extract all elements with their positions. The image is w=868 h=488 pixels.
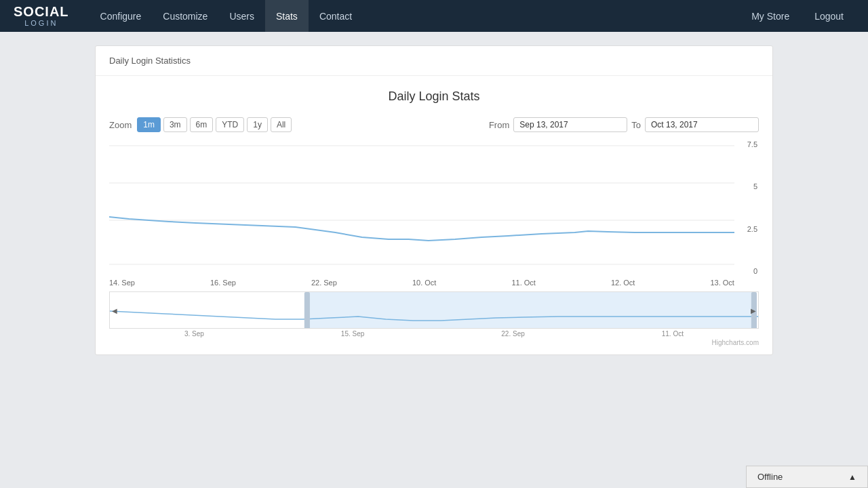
nav-customize[interactable]: Customize (152, 0, 218, 32)
zoom-label: Zoom (109, 120, 132, 130)
navigator-chart: ◀ ▶ (109, 291, 759, 329)
nav-users[interactable]: Users (218, 0, 265, 32)
nav-configure[interactable]: Configure (90, 0, 153, 32)
x-label-1: 16. Sep (210, 279, 236, 287)
offline-chevron[interactable]: ▲ (848, 472, 856, 482)
y-label-75: 7.5 (747, 140, 757, 148)
navbar: SOCIAL LOGIN Configure Customize Users S… (0, 0, 868, 32)
highcharts-credit: Highcharts.com (109, 338, 759, 348)
zoom-6m[interactable]: 6m (190, 117, 214, 132)
x-axis: 14. Sep 16. Sep 22. Sep 10. Oct 11. Oct … (109, 277, 759, 290)
nav-contact[interactable]: Contact (309, 0, 363, 32)
to-date-input[interactable] (645, 117, 759, 132)
navigator-scroll-right[interactable]: ▶ (749, 305, 758, 315)
svg-rect-6 (304, 292, 310, 329)
chart-area-wrapper: 7.5 5 2.5 0 (109, 139, 759, 290)
chart-svg-container (109, 139, 734, 277)
to-label: To (631, 120, 641, 130)
nav-x-label-2: 22. Sep (501, 330, 524, 338)
y-label-5: 5 (753, 182, 757, 190)
nav-x-label-0: 3. Sep (184, 330, 204, 338)
svg-rect-4 (110, 292, 307, 329)
page-header: Daily Login Statistics (96, 46, 772, 76)
nav-right: My Store Logout (741, 0, 854, 32)
nav-x-label-1: 15. Sep (341, 330, 364, 338)
x-label-0: 14. Sep (109, 279, 135, 287)
breadcrumb: Daily Login Statistics (109, 56, 191, 66)
navigator-container: ◀ ▶ 3. Sep 15. Sep 22. Sep 11. Oct (109, 291, 759, 338)
highcharts-credit-text: Highcharts.com (712, 339, 759, 346)
navigator-scroll-left[interactable]: ◀ (110, 305, 119, 315)
x-label-6: 13. Oct (710, 279, 734, 287)
offline-badge: Offline ▲ (746, 466, 868, 488)
main-chart-svg (109, 139, 734, 274)
offline-label: Offline (757, 472, 783, 482)
grid-lines (109, 146, 734, 264)
date-range: From To (489, 117, 759, 132)
logo-social: SOCIAL (14, 4, 69, 19)
chart-controls: Zoom 1m 3m 6m YTD 1y All From To (109, 117, 759, 132)
nav-stats[interactable]: Stats (265, 0, 309, 32)
chart-container: Daily Login Stats Zoom 1m 3m 6m YTD 1y A… (96, 76, 772, 354)
navigator-x-labels: 3. Sep 15. Sep 22. Sep 11. Oct (109, 329, 759, 338)
from-date-input[interactable] (513, 117, 627, 132)
y-label-0: 0 (753, 267, 757, 275)
y-label-25: 2.5 (747, 225, 757, 233)
main-container: Daily Login Statistics Daily Login Stats… (95, 45, 773, 355)
zoom-ytd[interactable]: YTD (216, 117, 244, 132)
nav-links: Configure Customize Users Stats Contact (90, 0, 741, 32)
from-label: From (489, 120, 509, 130)
zoom-controls: Zoom 1m 3m 6m YTD 1y All (109, 117, 292, 132)
logo-login: LOGIN (14, 19, 69, 27)
y-axis: 7.5 5 2.5 0 (737, 139, 759, 277)
zoom-1y[interactable]: 1y (247, 117, 268, 132)
zoom-1m[interactable]: 1m (137, 117, 161, 132)
zoom-all[interactable]: All (271, 117, 292, 132)
x-label-5: 12. Oct (611, 279, 635, 287)
nav-logout[interactable]: Logout (804, 0, 854, 32)
nav-mystore[interactable]: My Store (741, 0, 800, 32)
chart-title: Daily Login Stats (109, 89, 759, 104)
x-label-4: 11. Oct (511, 279, 535, 287)
svg-rect-5 (307, 292, 755, 329)
logo[interactable]: SOCIAL LOGIN (14, 4, 69, 27)
navigator-svg (110, 292, 758, 329)
zoom-3m[interactable]: 3m (163, 117, 187, 132)
x-label-2: 22. Sep (311, 279, 337, 287)
x-label-3: 10. Oct (412, 279, 436, 287)
nav-x-label-3: 11. Oct (662, 330, 684, 338)
